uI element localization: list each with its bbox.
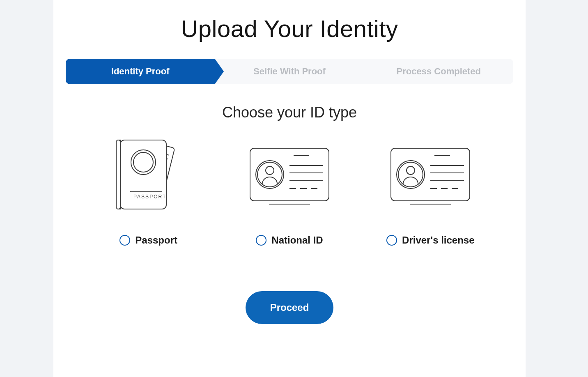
svg-rect-3	[116, 140, 120, 209]
svg-rect-21	[391, 148, 470, 201]
proceed-button[interactable]: Proceed	[246, 291, 334, 324]
step-identity-proof: Identity Proof	[66, 59, 215, 84]
id-card-icon	[385, 138, 475, 211]
step-selfie-with-proof: Selfie With Proof	[215, 59, 364, 84]
step-process-completed: Process Completed	[364, 59, 513, 84]
radio-drivers-license[interactable]: Driver's license	[386, 234, 474, 246]
radio-label: Passport	[135, 234, 177, 246]
option-national-id[interactable]: National ID	[232, 138, 347, 246]
radio-passport[interactable]: Passport	[119, 234, 177, 246]
passport-icon: PASSPORT	[110, 138, 188, 211]
svg-rect-9	[250, 148, 329, 201]
radio-national-id[interactable]: National ID	[256, 234, 323, 246]
radio-circle-icon	[119, 235, 130, 246]
step-label: Identity Proof	[111, 66, 170, 77]
radio-label: National ID	[271, 234, 323, 246]
page-title: Upload Your Identity	[66, 15, 513, 42]
svg-text:PASSPORT: PASSPORT	[133, 194, 166, 200]
step-label: Process Completed	[397, 66, 481, 77]
section-subtitle: Choose your ID type	[66, 104, 513, 121]
radio-label: Driver's license	[402, 234, 474, 246]
id-card-icon	[244, 138, 335, 211]
radio-circle-icon	[386, 235, 397, 246]
proceed-button-wrap: Proceed	[66, 291, 513, 324]
id-type-options: PASSPORT Passport	[66, 138, 513, 246]
option-passport[interactable]: PASSPORT Passport	[91, 138, 206, 246]
option-drivers-license[interactable]: Driver's license	[373, 138, 488, 246]
step-label: Selfie With Proof	[253, 66, 326, 77]
progress-stepper: Identity Proof Selfie With Proof Process…	[66, 59, 513, 84]
radio-circle-icon	[256, 235, 266, 246]
identity-upload-card: Upload Your Identity Identity Proof Self…	[53, 0, 526, 377]
